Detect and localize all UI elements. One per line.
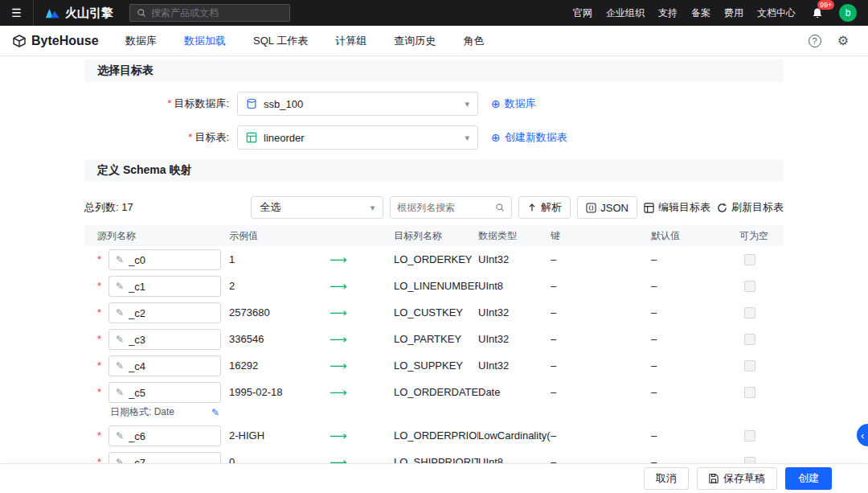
nullable-checkbox[interactable]: [744, 360, 755, 372]
col-header-type: 数据类型: [478, 229, 551, 243]
source-column-cell: ✎日期格式: Date✎: [108, 379, 229, 422]
main-content: 选择目标表 *目标数据库: ssb_100 ▾ ⊕ 数据库 *目标表:: [0, 56, 868, 493]
source-column-input[interactable]: ✎: [108, 355, 221, 376]
required-asterisk: *: [84, 422, 108, 449]
cancel-button[interactable]: 取消: [644, 467, 689, 490]
nav-item[interactable]: 查询历史: [394, 34, 436, 48]
product-navbar: ByteHouse 数据库数据加载SQL 工作表计算组查询历史角色 ? ⚙: [0, 26, 868, 56]
edit-target-table-button[interactable]: 编辑目标表: [644, 200, 710, 215]
nullable-checkbox[interactable]: [744, 430, 755, 442]
top-search-input[interactable]: [151, 7, 283, 18]
nav-item[interactable]: 角色: [463, 34, 484, 48]
chevron-down-icon: ▾: [465, 133, 469, 143]
required-asterisk: *: [84, 273, 108, 299]
volcengine-logo[interactable]: 火山引擎: [34, 6, 129, 21]
source-column-input[interactable]: ✎: [108, 382, 221, 403]
col-header-source: 源列名称: [84, 229, 229, 243]
source-column-input[interactable]: ✎: [108, 329, 221, 350]
source-column-input[interactable]: ✎: [108, 425, 221, 446]
column-search-input[interactable]: [397, 202, 490, 213]
target-table-select[interactable]: lineorder ▾: [237, 125, 478, 150]
mapping-arrow-icon: ⟶: [326, 379, 386, 405]
refresh-target-table-button[interactable]: 刷新目标表: [717, 200, 784, 215]
source-column-name-input[interactable]: [129, 334, 201, 346]
target-table-value: lineorder: [264, 132, 305, 144]
nullable-checkbox[interactable]: [744, 307, 755, 318]
target-column-name: LO_ORDERKEY: [386, 246, 478, 273]
nullable-cell: [739, 299, 784, 326]
create-table-link[interactable]: ⊕ 创建新数据表: [491, 130, 567, 145]
nullable-cell: [739, 246, 784, 273]
table-row: *✎16292⟶LO_SUPPKEYUInt32––: [84, 352, 784, 379]
topbar-link[interactable]: 费用: [724, 6, 743, 20]
table-row: *✎日期格式: Date✎1995-02-18⟶LO_ORDERDATEDate…: [84, 379, 784, 422]
chevron-left-icon: ‹: [861, 429, 864, 442]
source-column-name-input[interactable]: [129, 307, 201, 319]
nullable-cell: [739, 422, 784, 449]
bytehouse-logo: ByteHouse: [13, 34, 119, 48]
default-value: –: [651, 326, 739, 352]
nullable-checkbox[interactable]: [744, 281, 755, 292]
gear-icon[interactable]: ⚙: [837, 33, 849, 48]
source-column-cell: ✎: [108, 246, 229, 273]
mapping-arrow-icon: ⟶: [326, 246, 386, 273]
required-asterisk: *: [84, 352, 108, 379]
topbar-link[interactable]: 企业组织: [606, 6, 645, 20]
default-value: –: [651, 422, 739, 449]
topbar-link[interactable]: 官网: [573, 6, 592, 20]
nullable-checkbox[interactable]: [744, 334, 755, 345]
database-icon: [246, 98, 257, 109]
save-draft-button[interactable]: 保存草稿: [697, 467, 777, 490]
nav-item[interactable]: 计算组: [335, 34, 366, 48]
target-column-name: LO_ORDERDATE: [386, 379, 478, 405]
source-column-name-input[interactable]: [129, 360, 201, 372]
target-column-name: LO_LINENUMBER: [386, 273, 478, 299]
sample-value: 16292: [229, 352, 326, 379]
topbar-link[interactable]: 文档中心: [757, 6, 796, 20]
mapping-arrow-icon: ⟶: [326, 273, 386, 299]
nav-item[interactable]: 数据加载: [184, 34, 226, 48]
source-column-name-input[interactable]: [129, 430, 201, 442]
key-value: –: [551, 422, 651, 449]
create-button[interactable]: 创建: [785, 467, 832, 490]
json-icon: [586, 203, 596, 213]
target-table-row: *目标表: lineorder ▾ ⊕ 创建新数据表: [84, 125, 784, 150]
help-icon[interactable]: ?: [809, 35, 821, 47]
source-column-input[interactable]: ✎: [108, 302, 221, 323]
nullable-checkbox[interactable]: [744, 387, 755, 398]
nullable-checkbox[interactable]: [744, 254, 755, 265]
pencil-icon: ✎: [116, 281, 124, 292]
sample-value: 1995-02-18: [229, 379, 326, 405]
source-column-input[interactable]: ✎: [108, 276, 221, 297]
volcengine-logo-icon: [45, 7, 59, 18]
pencil-icon: ✎: [116, 360, 124, 372]
nav-item[interactable]: 数据库: [125, 34, 157, 48]
section-title: 选择目标表: [97, 64, 154, 78]
avatar[interactable]: b: [839, 4, 857, 22]
topbar-link[interactable]: 支持: [658, 6, 678, 20]
mapping-table-body: *✎1⟶LO_ORDERKEYUInt32––*✎2⟶LO_LINENUMBER…: [84, 246, 784, 475]
select-all-dropdown[interactable]: 全选 ▾: [251, 196, 383, 219]
default-value: –: [651, 273, 739, 299]
default-value: –: [651, 299, 739, 326]
json-button[interactable]: JSON: [577, 196, 637, 219]
required-asterisk: *: [167, 97, 171, 109]
source-column-name-input[interactable]: [129, 281, 201, 293]
nav-item[interactable]: SQL 工作表: [253, 34, 308, 48]
topbar-link[interactable]: 备案: [691, 6, 710, 20]
add-database-link[interactable]: ⊕ 数据库: [491, 97, 536, 111]
nullable-cell: [739, 273, 784, 299]
notification-bell-icon[interactable]: 99+: [809, 5, 825, 21]
source-column-input[interactable]: ✎: [108, 249, 221, 270]
nullable-cell: [739, 379, 784, 405]
target-database-select[interactable]: ssb_100 ▾: [237, 92, 478, 116]
top-search[interactable]: [129, 4, 290, 22]
source-column-name-input[interactable]: [129, 387, 201, 399]
column-search[interactable]: [390, 196, 512, 219]
edit-date-format-icon[interactable]: ✎: [211, 407, 219, 418]
parse-button[interactable]: 解析: [518, 196, 571, 219]
source-column-name-input[interactable]: [129, 254, 201, 266]
sample-value: 2: [229, 273, 326, 299]
target-column-name: LO_SUPPKEY: [386, 352, 478, 379]
menu-icon[interactable]: ☰: [0, 0, 34, 26]
